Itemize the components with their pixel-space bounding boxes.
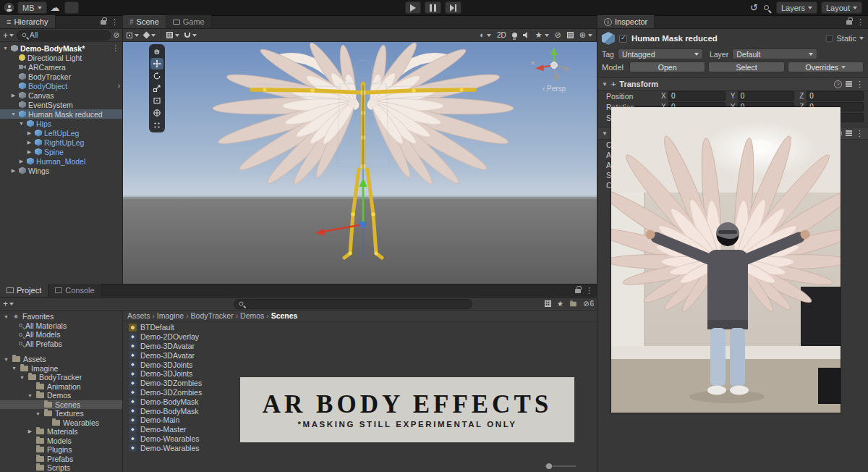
rect-tool[interactable] — [150, 95, 163, 106]
project-file[interactable]: Demo-3DAvatar — [123, 342, 597, 351]
kebab-menu-icon[interactable]: ⋮ — [112, 44, 119, 52]
breadcrumb-item[interactable]: Imagine — [157, 311, 184, 320]
expand-arrow[interactable]: ▼ — [19, 375, 25, 380]
search-icon[interactable] — [764, 5, 769, 10]
expand-arrow[interactable]: ▼ — [18, 121, 25, 126]
object-name[interactable]: Human Mask reduced — [631, 34, 821, 43]
expand-arrow[interactable]: ▼ — [27, 393, 33, 398]
lock-icon[interactable] — [575, 289, 581, 293]
undo-history-icon[interactable]: ↺ — [750, 3, 758, 12]
expand-arrow[interactable]: ▶ — [18, 159, 25, 164]
x-value-field[interactable]: 0 — [668, 91, 726, 101]
favorite-search-item[interactable]: All Models — [0, 330, 122, 340]
expand-arrow[interactable]: ▶ — [26, 130, 33, 136]
fold-arrow-icon[interactable]: ▼ — [602, 81, 608, 88]
favorites-header[interactable]: ▼ ★ Favorites — [0, 312, 122, 321]
hierarchy-item[interactable]: ▶ Human_Model — [0, 156, 122, 166]
layers-dropdown[interactable]: Layers — [776, 1, 817, 14]
column-layout-icon[interactable] — [545, 300, 551, 307]
folder-item[interactable]: Scripts — [0, 463, 122, 472]
model-open-button[interactable]: Open — [629, 62, 705, 72]
account-avatar-icon[interactable] — [4, 3, 14, 12]
kebab-menu-icon[interactable]: ⋮ — [856, 130, 864, 138]
folder-item[interactable]: ▼ Textures — [0, 409, 122, 418]
folder-item[interactable]: Models — [0, 437, 122, 446]
hierarchy-item[interactable]: Directional Light — [0, 53, 122, 62]
scene-visibility-filter-icon[interactable]: ⊘ — [114, 32, 119, 39]
static-dropdown[interactable]: Static — [825, 34, 864, 43]
z-value-field[interactable]: 0 — [807, 91, 864, 101]
fold-arrow-icon[interactable]: ▼ — [602, 130, 608, 137]
folder-item[interactable]: ▼ Demos — [0, 391, 122, 400]
hidden-objects-icon[interactable]: ⊘ — [555, 31, 561, 39]
help-icon[interactable]: ? — [834, 80, 842, 88]
expand-arrow[interactable]: ▶ — [26, 140, 33, 146]
scene-grid-toggle-icon[interactable] — [567, 32, 574, 38]
tool-handle-rotation-dropdown[interactable] — [144, 33, 156, 38]
kebab-menu-icon[interactable]: ⋮ — [111, 18, 119, 26]
tab-scene[interactable]: Scene — [123, 15, 166, 28]
project-search-input[interactable] — [234, 299, 472, 309]
breadcrumb-item[interactable]: BodyTracker — [191, 311, 234, 320]
tool-handle-position-dropdown[interactable] — [127, 33, 139, 38]
folder-item[interactable]: Animation — [0, 382, 122, 392]
hierarchy-item[interactable]: ▶ RightUpLeg — [0, 138, 122, 147]
2d-toggle[interactable]: 2D — [497, 31, 506, 39]
favorites-filter-icon[interactable]: ★ — [557, 300, 563, 308]
move-tool[interactable] — [150, 58, 163, 69]
transform-header[interactable]: ▼ + Transform ? ⋮ — [597, 78, 868, 90]
presets-icon[interactable] — [846, 130, 852, 132]
expand-arrow[interactable]: ▶ — [26, 149, 33, 155]
project-file[interactable]: Demo-3DAvatar — [123, 350, 597, 360]
lock-icon[interactable] — [101, 20, 106, 25]
hierarchy-search-input[interactable]: All — [17, 30, 111, 41]
scene-viewport[interactable]: x ‹ Persp — [123, 42, 597, 284]
account-dropdown[interactable]: MB — [17, 1, 47, 14]
thumbnail-zoom-slider[interactable] — [545, 465, 576, 467]
label-filter-icon[interactable] — [570, 301, 576, 305]
hierarchy-item[interactable]: ▼ Demo-BodyMask* ⋮ — [0, 43, 122, 53]
pause-button[interactable] — [425, 1, 441, 14]
play-button[interactable] — [405, 1, 421, 14]
view-hand-tool[interactable] — [150, 46, 163, 57]
model-select-button[interactable]: Select — [708, 62, 784, 72]
expand-arrow[interactable]: ▼ — [11, 366, 17, 371]
expand-arrow[interactable]: ▶ — [10, 168, 17, 174]
tab-console[interactable]: Console — [48, 284, 101, 297]
gizmos-dropdown[interactable]: ⊕ — [579, 31, 592, 39]
shading-mode-dropdown[interactable]: ◐ — [480, 31, 491, 39]
tab-inspector[interactable]: i Inspector — [597, 15, 655, 28]
expand-arrow[interactable]: ▶ — [27, 429, 33, 434]
project-file[interactable]: Demo-3DJoints — [123, 360, 597, 369]
hierarchy-item[interactable]: ▶ Spine — [0, 147, 122, 156]
model-overrides-dropdown[interactable]: Overrides — [788, 62, 864, 72]
project-file[interactable]: Demo-2DOverlay — [123, 332, 597, 342]
active-checkbox[interactable] — [619, 35, 627, 43]
scene-lighting-toggle-icon[interactable] — [512, 33, 517, 38]
scene-audio-toggle-icon[interactable] — [523, 32, 529, 38]
hidden-count-icon[interactable]: ⊘ — [583, 300, 589, 308]
folder-item[interactable]: ▶ Materials — [0, 427, 122, 437]
cloud-services-icon[interactable]: ☁ — [51, 3, 60, 12]
scale-tool[interactable] — [150, 83, 163, 94]
hierarchy-item[interactable]: BodyObject › — [0, 81, 122, 90]
custom-tool[interactable] — [150, 119, 163, 131]
hierarchy-item[interactable]: ▼ Hips — [0, 119, 122, 128]
expand-arrow[interactable]: ▼ — [3, 314, 9, 319]
open-prefab-chevron[interactable]: › — [118, 82, 120, 90]
snap-settings-dropdown[interactable] — [184, 33, 197, 38]
slider-knob[interactable] — [546, 463, 552, 469]
lock-icon[interactable] — [846, 20, 852, 25]
folder-item[interactable]: ▼ BodyTracker — [0, 373, 122, 382]
breadcrumb-item[interactable]: Scenes — [271, 311, 298, 320]
hierarchy-item[interactable]: EventSystem — [0, 100, 122, 109]
tab-hierarchy[interactable]: ≡ Hierarchy — [0, 15, 56, 28]
expand-arrow[interactable]: ▼ — [3, 357, 9, 362]
tab-project[interactable]: Project — [0, 284, 48, 297]
hierarchy-item[interactable]: BodyTracker — [0, 72, 122, 81]
folder-item[interactable]: ▼ Imagine — [0, 364, 122, 374]
collab-button[interactable] — [64, 1, 79, 14]
persp-label[interactable]: ‹ Persp — [542, 85, 566, 93]
kebab-menu-icon[interactable]: ⋮ — [856, 80, 864, 88]
presets-icon[interactable] — [846, 81, 852, 83]
